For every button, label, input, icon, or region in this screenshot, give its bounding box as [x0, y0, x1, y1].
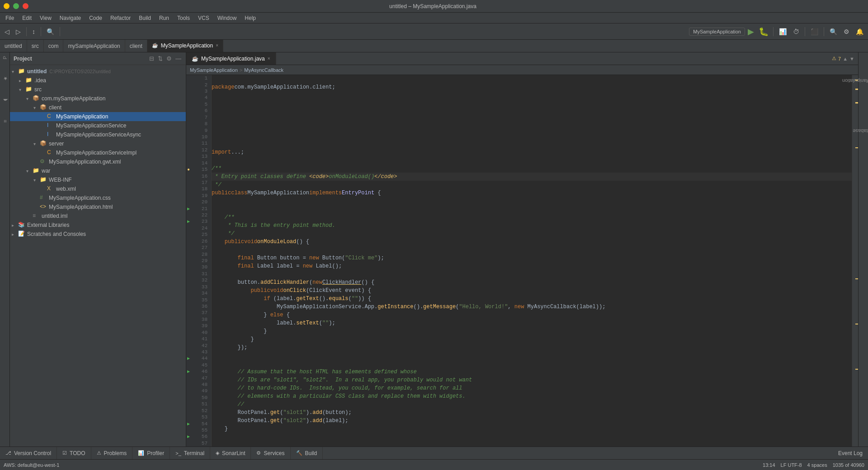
right-tab-string-manipulation[interactable]: String Manipulation	[842, 78, 868, 84]
line-num-34: 34	[186, 290, 211, 296]
sidebar-icon-structure[interactable]: ≡	[2, 116, 8, 126]
path-tab-untitled[interactable]: untitled	[0, 40, 27, 52]
toolbar-stop-button[interactable]: ⬛	[808, 26, 821, 37]
toolbar-search-button[interactable]: 🔍	[44, 26, 57, 37]
run-button[interactable]: ▶	[746, 27, 756, 37]
toolbar-history-button[interactable]: ↕	[29, 26, 38, 37]
maximize-button[interactable]	[13, 3, 19, 9]
line-num-47: 47	[186, 375, 211, 381]
bottom-tab-profiler[interactable]: 📊 Profiler	[132, 447, 170, 459]
sort-button[interactable]: ⇅	[157, 54, 164, 63]
settings-cog-button[interactable]: ⚙	[165, 54, 173, 63]
bottom-tab-services[interactable]: ⚙ Services	[251, 447, 290, 459]
bottom-tab-version-control[interactable]: ⎇ Version Control	[0, 447, 57, 459]
menu-refactor[interactable]: Refactor	[107, 14, 134, 22]
tree-item-src[interactable]: ▾ 📁 src	[10, 85, 186, 94]
status-encoding[interactable]: LF UTF-8	[781, 462, 802, 468]
tree-item-service-impl[interactable]: C MySampleApplicationServiceImpl	[10, 148, 186, 157]
line-num-38: 38	[186, 316, 211, 323]
tree-item-service-async[interactable]: I MySampleApplicationServiceAsync	[10, 130, 186, 139]
tree-item-ext-libs[interactable]: ▸ 📚 External Libraries	[10, 221, 186, 230]
path-tab-client[interactable]: client	[125, 40, 147, 52]
toolbar-settings-button[interactable]: ⚙	[841, 26, 852, 37]
menu-help[interactable]: Help	[241, 14, 259, 22]
tree-item-server[interactable]: ▾ 📦 server	[10, 139, 186, 148]
code-line-10: import ...;	[212, 148, 852, 156]
toolbar-search-everywhere-button[interactable]: 🔍	[827, 26, 840, 37]
tree-item-webinf[interactable]: ▾ 📁 WEB-INF	[10, 175, 186, 184]
tree-item-mysampleapplication[interactable]: C MySampleApplication	[10, 112, 186, 121]
breadcrumb-main-class[interactable]: MySampleApplication	[190, 67, 238, 73]
line-num-56: 56 ▶	[186, 433, 211, 440]
tree-item-gwt-xml[interactable]: ⚙ MySampleApplication.gwt.xml	[10, 157, 186, 166]
menu-edit[interactable]: Edit	[19, 14, 35, 22]
minimize-panel-button[interactable]: —	[175, 54, 182, 63]
breadcrumb-inner-class[interactable]: MyAsyncCallback	[244, 67, 283, 73]
toolbar-back-button[interactable]: ◁	[2, 26, 12, 37]
close-button[interactable]	[23, 3, 28, 9]
code-line-39: // to hard-code IDs. Instead, you could,…	[212, 384, 852, 392]
sidebar-icon-aws[interactable]: ☁	[2, 94, 8, 107]
tree-item-html[interactable]: <> MySampleApplication.html	[10, 202, 186, 212]
bottom-tab-problems[interactable]: ⚠ Problems	[91, 447, 133, 459]
menu-navigate[interactable]: Navigate	[56, 14, 85, 22]
code-line-12: /**	[212, 164, 852, 173]
menu-window[interactable]: Window	[214, 14, 241, 22]
debug-button[interactable]: 🐛	[757, 27, 770, 37]
status-indent[interactable]: 4 spaces	[807, 462, 827, 468]
menu-file[interactable]: File	[2, 14, 18, 22]
code-line-7	[212, 124, 852, 132]
toolbar-coverage-button[interactable]: 📊	[776, 26, 789, 37]
path-tab-main[interactable]: ☕ MySampleApplication ×	[147, 40, 223, 52]
menu-code[interactable]: Code	[85, 14, 106, 22]
bottom-tab-todo[interactable]: ☑ TODO	[57, 447, 91, 459]
status-position[interactable]: 1035 of 40960	[833, 462, 864, 468]
code-line-22	[212, 246, 852, 254]
status-aws[interactable]: AWS: default@eu-west-1	[4, 462, 59, 468]
event-log-button[interactable]: Event Log	[833, 447, 868, 459]
menu-view[interactable]: View	[36, 14, 55, 22]
path-tab-com[interactable]: com	[44, 40, 64, 52]
toolbar-notifications-button[interactable]: 🔔	[853, 26, 866, 37]
line-num-15: 15 ●	[186, 166, 211, 173]
tree-item-com[interactable]: ▾ 📦 com.mySampleApplication	[10, 94, 186, 103]
code-line-25	[212, 270, 852, 278]
right-tab-database[interactable]: Database	[853, 128, 868, 134]
toolbar-profiler-button[interactable]: ⏱	[790, 26, 802, 37]
sidebar-icon-project[interactable]: P	[2, 52, 8, 63]
bottom-tab-sonarlint[interactable]: ◈ SonarLint	[210, 447, 251, 459]
tree-item-css[interactable]: # MySampleApplication.css	[10, 193, 186, 202]
collapse-all-button[interactable]: ⊟	[148, 54, 155, 63]
tree-item-service[interactable]: I MySampleApplicationService	[10, 121, 186, 130]
sidebar-icon-favorites[interactable]: ★	[2, 72, 8, 85]
line-num-45: 45	[186, 362, 211, 368]
path-tab-src[interactable]: src	[27, 40, 44, 52]
minimize-button[interactable]	[4, 3, 9, 9]
tree-item-iml[interactable]: ≡ untitled.iml	[10, 212, 186, 221]
code-line-30: } else {	[212, 311, 852, 319]
build-icon: 🔨	[296, 450, 302, 456]
tree-item-client[interactable]: ▾ 📦 client	[10, 103, 186, 112]
bottom-tab-terminal[interactable]: >_ Terminal	[170, 447, 210, 459]
editor-tab-main[interactable]: ☕ MySampleApplication.java ×	[186, 52, 276, 65]
tree-item-scratches[interactable]: ▸ 📝 Scratches and Consoles	[10, 230, 186, 239]
run-config-dropdown[interactable]: MySampleApplication	[689, 28, 745, 36]
main-area: P ★ ☁ ≡ Project ⊟ ⇅ ⚙ — ▾ 📁 untitled C:\…	[0, 52, 868, 446]
editor-tab-close[interactable]: ×	[268, 56, 270, 61]
menu-bar: File Edit View Navigate Code Refactor Bu…	[0, 13, 868, 24]
code-line-27: public void onClick(ClickEvent event) {	[212, 287, 852, 295]
menu-vcs[interactable]: VCS	[194, 14, 213, 22]
tree-item-untitled[interactable]: ▾ 📁 untitled C:\PROYECTOS\2022\untitled	[10, 67, 186, 76]
status-bar: AWS: default@eu-west-1 13:14 LF UTF-8 4 …	[0, 459, 868, 470]
tree-item-webxml[interactable]: X web.xml	[10, 184, 186, 193]
path-tab-myapp[interactable]: mySampleApplication	[63, 40, 125, 52]
tree-item-war[interactable]: ▾ 📁 war	[10, 166, 186, 175]
status-line-col[interactable]: 13:14	[763, 462, 775, 468]
menu-run[interactable]: Run	[156, 14, 173, 22]
menu-tools[interactable]: Tools	[174, 14, 193, 22]
menu-build[interactable]: Build	[135, 14, 155, 22]
bottom-tab-build[interactable]: 🔨 Build	[291, 447, 323, 459]
tree-item-idea[interactable]: ▸ 📁 .idea	[10, 76, 186, 85]
toolbar-forward-button[interactable]: ▷	[13, 26, 24, 37]
code-text-area[interactable]: package com.mySampleApplication.client; …	[212, 75, 852, 446]
